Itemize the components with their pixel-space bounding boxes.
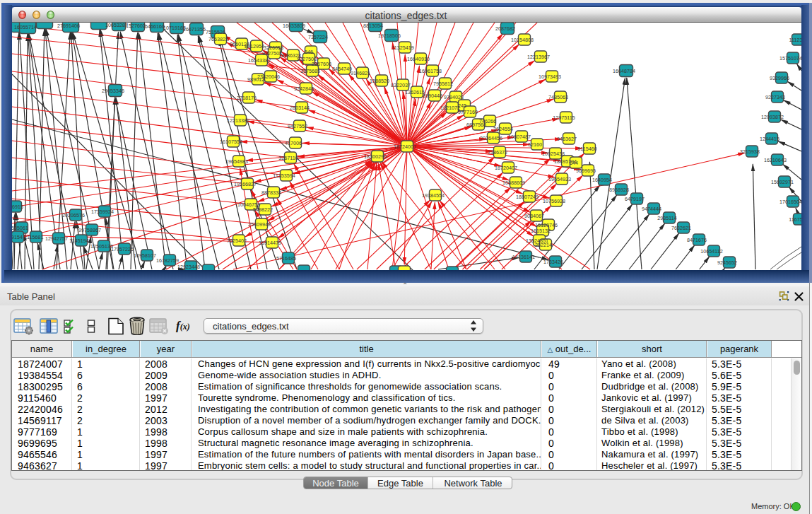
svg-text:9463627: 9463627 (557, 136, 577, 142)
svg-text:8938928: 8938928 (609, 187, 629, 193)
svg-text:8471676: 8471676 (687, 237, 707, 243)
svg-text:99758867: 99758867 (78, 227, 101, 233)
svg-text:6479197: 6479197 (625, 196, 645, 202)
svg-text:17957225: 17957225 (111, 246, 134, 252)
svg-text:9465546: 9465546 (392, 269, 412, 271)
svg-text:8427552: 8427552 (288, 123, 307, 129)
svg-text:9245652: 9245652 (717, 259, 737, 266)
svg-text:6466160: 6466160 (145, 23, 165, 30)
svg-text:11123: 11123 (789, 37, 801, 43)
svg-text:2935114: 2935114 (657, 215, 676, 221)
svg-text:9146821: 9146821 (351, 70, 370, 76)
svg-text:3624554: 3624554 (493, 126, 513, 132)
svg-text:7663822: 7663822 (208, 36, 228, 42)
svg-text:1621072: 1621072 (440, 105, 460, 111)
svg-text:9227343: 9227343 (765, 94, 785, 100)
svg-text:1733426: 1733426 (543, 259, 563, 265)
svg-text:1145194: 1145194 (69, 238, 88, 244)
svg-text:1362615: 1362615 (405, 89, 425, 95)
svg-text:5716485: 5716485 (276, 255, 296, 262)
svg-text:14136141: 14136141 (512, 254, 535, 260)
svg-text:3215938: 3215938 (740, 148, 760, 155)
svg-text:9084067: 9084067 (524, 213, 544, 219)
svg-text:39154: 39154 (12, 234, 23, 240)
svg-text:9329966: 9329966 (770, 75, 789, 81)
svg-text:8912954: 8912954 (245, 43, 264, 49)
svg-text:3267110: 3267110 (278, 155, 298, 161)
svg-text:16055714: 16055714 (14, 24, 37, 30)
svg-text:116753: 116753 (789, 216, 801, 223)
svg-text:7632621: 7632621 (671, 225, 691, 231)
svg-text:16033809: 16033809 (283, 23, 305, 29)
svg-text:16914479: 16914479 (259, 240, 281, 246)
svg-text:9474444: 9474444 (642, 206, 661, 212)
svg-text:10688609: 10688609 (502, 180, 525, 186)
svg-text:12213382: 12213382 (227, 117, 249, 124)
svg-text:11353594: 11353594 (273, 173, 295, 179)
svg-text:1527602: 1527602 (126, 23, 146, 29)
svg-text:10653287: 10653287 (105, 23, 128, 28)
svg-text:535061: 535061 (12, 225, 28, 231)
svg-text:1244415: 1244415 (760, 136, 779, 142)
svg-text:1640954: 1640954 (592, 177, 612, 183)
svg-text:10154808: 10154808 (511, 37, 534, 43)
svg-text:15692971: 15692971 (771, 179, 794, 185)
svg-text:19654923: 19654923 (548, 176, 571, 182)
svg-text:18300295: 18300295 (364, 153, 387, 160)
svg-text:10756928: 10756928 (543, 198, 565, 204)
svg-text:23420046: 23420046 (257, 74, 280, 80)
svg-text:16543382: 16543382 (248, 57, 271, 64)
svg-text:16648784: 16648784 (613, 68, 635, 74)
svg-text:7357224: 7357224 (308, 34, 328, 40)
svg-text:12505135: 12505135 (90, 243, 113, 250)
svg-text:18724007: 18724007 (394, 144, 416, 150)
svg-text:8322037: 8322037 (391, 82, 411, 88)
svg-text:2087682: 2087682 (495, 25, 515, 32)
svg-text:546: 546 (305, 49, 313, 55)
svg-text:2718176: 2718176 (237, 95, 257, 101)
svg-text:8878334: 8878334 (261, 189, 281, 196)
svg-text:17016504: 17016504 (779, 199, 801, 205)
svg-text:27691406: 27691406 (57, 23, 80, 29)
svg-text:9699695: 9699695 (576, 168, 596, 174)
svg-text:12213967: 12213967 (527, 54, 550, 60)
svg-text:16210643: 16210643 (764, 157, 787, 163)
svg-text:9115460: 9115460 (577, 146, 596, 152)
svg-text:7515526: 7515526 (206, 29, 225, 35)
svg-text:18720407: 18720407 (495, 165, 517, 171)
svg-text:62160: 62160 (528, 141, 542, 148)
svg-text:11325419: 11325419 (392, 45, 413, 51)
svg-text:9242848: 9242848 (294, 86, 314, 92)
svg-text:252214: 252214 (535, 242, 552, 248)
svg-text:12923448: 12923448 (177, 264, 200, 270)
svg-text:10654112: 10654112 (700, 248, 722, 255)
svg-text:2867608: 2867608 (312, 61, 331, 67)
svg-text:25409948: 25409948 (248, 221, 271, 228)
svg-text:19218506: 19218506 (378, 33, 401, 39)
svg-text:7485063: 7485063 (548, 94, 568, 100)
svg-text:6897568: 6897568 (466, 122, 486, 128)
svg-text:29053346: 29053346 (102, 88, 124, 94)
svg-text:17359924: 17359924 (91, 209, 114, 215)
svg-text:10958107: 10958107 (134, 252, 156, 259)
svg-text:16640910: 16640910 (407, 56, 430, 62)
svg-text:7625402: 7625402 (227, 238, 247, 244)
svg-text:16107554: 16107554 (220, 139, 242, 145)
svg-text:2803144: 2803144 (290, 105, 310, 111)
svg-text:18807249: 18807249 (516, 194, 539, 200)
svg-text:7955812: 7955812 (433, 81, 453, 87)
svg-text:20364456: 20364456 (480, 135, 502, 141)
svg-text:245: 245 (458, 103, 466, 109)
svg-text:2026915: 2026915 (12, 204, 23, 210)
svg-text:5498222: 5498222 (253, 206, 273, 213)
svg-text:644: 644 (570, 160, 578, 166)
svg-text:15751074: 15751074 (779, 55, 801, 62)
svg-text:10807487: 10807487 (508, 134, 531, 140)
svg-text:3575685: 3575685 (300, 68, 320, 74)
svg-text:19654983: 19654983 (225, 158, 248, 165)
svg-text:16671355: 16671355 (183, 26, 206, 33)
svg-text:19166827: 19166827 (234, 181, 257, 187)
svg-text:16961758: 16961758 (419, 68, 442, 74)
svg-text:12975115: 12975115 (553, 115, 575, 121)
svg-text:8813054: 8813054 (363, 23, 383, 29)
